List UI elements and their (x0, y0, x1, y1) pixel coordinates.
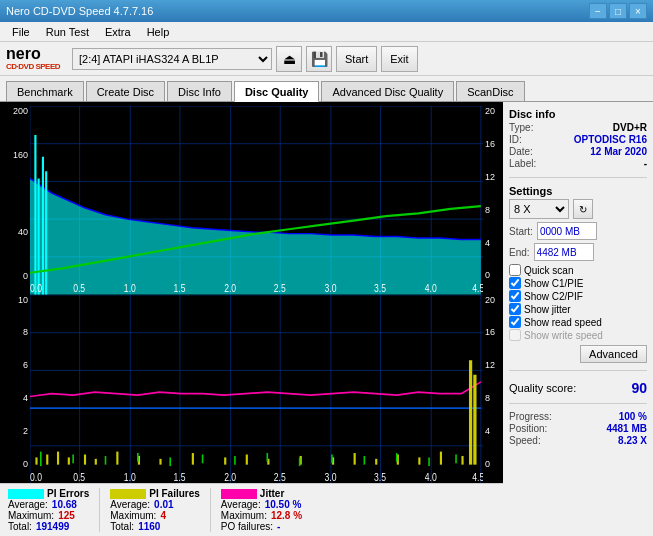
pi-errors-total-val: 191499 (36, 521, 69, 532)
quick-scan-checkbox[interactable] (509, 264, 521, 276)
disc-date-row: Date: 12 Mar 2020 (509, 146, 647, 157)
pi-failures-avg-val: 0.01 (154, 499, 173, 510)
menu-run-test[interactable]: Run Test (38, 24, 97, 40)
save-icon-button[interactable]: 💾 (306, 46, 332, 72)
svg-rect-68 (461, 455, 463, 464)
refresh-icon-button[interactable]: ↻ (573, 199, 593, 219)
tab-create-disc[interactable]: Create Disc (86, 81, 165, 101)
chart-top-y-left-40: 40 (2, 227, 28, 237)
start-mb-label: Start: (509, 226, 533, 237)
divider-3 (509, 403, 647, 404)
svg-rect-51 (68, 457, 70, 464)
show-jitter-label: Show jitter (524, 304, 571, 315)
chart-top-y-right-4: 4 (485, 238, 501, 248)
show-c1-checkbox[interactable] (509, 277, 521, 289)
pi-failures-total-label: Total: (110, 521, 134, 532)
bottom-chart-svg: 0.0 0.5 1.0 1.5 2.0 2.5 3.0 3.5 4.0 4.5 (30, 295, 483, 484)
svg-text:0.0: 0.0 (30, 470, 42, 482)
show-read-speed-checkbox[interactable] (509, 316, 521, 328)
main-content: 200 160 40 0 (0, 102, 653, 536)
show-write-speed-row: Show write speed (509, 329, 647, 341)
maximize-button[interactable]: □ (609, 3, 627, 19)
progress-label: Progress: (509, 411, 552, 422)
end-mb-input[interactable] (534, 243, 594, 261)
chart-bot-y-right-16: 16 (485, 327, 501, 337)
exit-button[interactable]: Exit (381, 46, 417, 72)
chart-top-y-left-160: 160 (2, 150, 28, 160)
position-value: 4481 MB (606, 423, 647, 434)
show-c2-checkbox[interactable] (509, 290, 521, 302)
advanced-button[interactable]: Advanced (580, 345, 647, 363)
pi-failures-avg-label: Average: (110, 499, 150, 510)
svg-rect-31 (30, 295, 483, 484)
disc-id-row: ID: OPTODISC R16 (509, 134, 647, 145)
menu-extra[interactable]: Extra (97, 24, 139, 40)
menu-help[interactable]: Help (139, 24, 178, 40)
speed-row: Speed: 8.23 X (509, 435, 647, 446)
pi-errors-stat: PI Errors Average: 10.68 Maximum: 125 To… (8, 488, 89, 532)
disc-date-value: 12 Mar 2020 (590, 146, 647, 157)
svg-rect-57 (192, 453, 194, 465)
end-mb-label: End: (509, 247, 530, 258)
menu-file[interactable]: File (4, 24, 38, 40)
chart-top-y-left-0: 0 (2, 271, 28, 281)
eject-icon-button[interactable]: ⏏ (276, 46, 302, 72)
pi-errors-max-val: 125 (58, 510, 75, 521)
start-button[interactable]: Start (336, 46, 377, 72)
svg-rect-52 (84, 454, 86, 464)
svg-text:1.5: 1.5 (173, 281, 185, 293)
show-c2-label: Show C2/PIF (524, 291, 583, 302)
chart-bot-y-right-8: 8 (485, 393, 501, 403)
disc-id-value: OPTODISC R16 (574, 134, 647, 145)
tab-advanced-disc-quality[interactable]: Advanced Disc Quality (321, 81, 454, 101)
position-row: Position: 4481 MB (509, 423, 647, 434)
speed-selector[interactable]: 8 X (509, 199, 569, 219)
chart-top-y-right-8: 8 (485, 205, 501, 215)
svg-text:1.0: 1.0 (124, 281, 136, 293)
titlebar-title: Nero CD-DVD Speed 4.7.7.16 (6, 5, 587, 17)
pi-failures-stat: PI Failures Average: 0.01 Maximum: 4 Tot… (110, 488, 200, 532)
menubar: File Run Test Extra Help (0, 22, 653, 42)
drive-selector[interactable]: [2:4] ATAPI iHAS324 A BL1P (72, 48, 272, 70)
minimize-button[interactable]: − (589, 3, 607, 19)
show-read-speed-row: Show read speed (509, 316, 647, 328)
progress-row: Progress: 100 % (509, 411, 647, 422)
top-chart-svg: 0.0 0.5 1.0 1.5 2.0 2.5 3.0 3.5 4.0 4.5 (30, 106, 483, 295)
end-mb-row: End: (509, 243, 647, 261)
start-mb-input[interactable] (537, 222, 597, 240)
show-jitter-checkbox[interactable] (509, 303, 521, 315)
cdspeed-brand: CD·DVD SPEED (6, 62, 60, 71)
pi-errors-label: PI Errors (47, 488, 89, 499)
svg-text:0.0: 0.0 (30, 281, 42, 293)
chart-top-y-right-16: 16 (485, 139, 501, 149)
tab-disc-info[interactable]: Disc Info (167, 81, 232, 101)
svg-text:2.5: 2.5 (274, 470, 286, 482)
tab-disc-quality[interactable]: Disc Quality (234, 81, 320, 102)
quick-scan-label: Quick scan (524, 265, 573, 276)
pi-failures-legend (110, 489, 146, 499)
disc-info-section: Disc info Type: DVD+R ID: OPTODISC R16 D… (509, 108, 647, 170)
settings-title: Settings (509, 185, 647, 197)
tab-benchmark[interactable]: Benchmark (6, 81, 84, 101)
pi-failures-max-val: 4 (160, 510, 166, 521)
disc-type-value: DVD+R (613, 122, 647, 133)
svg-rect-50 (57, 451, 59, 464)
svg-text:2.0: 2.0 (224, 281, 236, 293)
quality-score-row: Quality score: 90 (509, 380, 647, 396)
chart-top-y-right-20: 20 (485, 106, 501, 116)
tab-scandisc[interactable]: ScanDisc (456, 81, 524, 101)
pi-failures-max-label: Maximum: (110, 510, 156, 521)
close-button[interactable]: × (629, 3, 647, 19)
svg-rect-56 (159, 458, 161, 464)
chart-top-y-right-12: 12 (485, 172, 501, 182)
svg-text:3.5: 3.5 (374, 281, 386, 293)
start-mb-row: Start: (509, 222, 647, 240)
pi-errors-legend (8, 489, 44, 499)
svg-text:4.0: 4.0 (425, 470, 437, 482)
svg-rect-48 (35, 457, 37, 464)
svg-rect-53 (95, 458, 97, 464)
pi-errors-avg-label: Average: (8, 499, 48, 510)
po-failures-label: PO failures: (221, 521, 273, 532)
svg-rect-67 (440, 451, 442, 464)
show-write-speed-checkbox (509, 329, 521, 341)
